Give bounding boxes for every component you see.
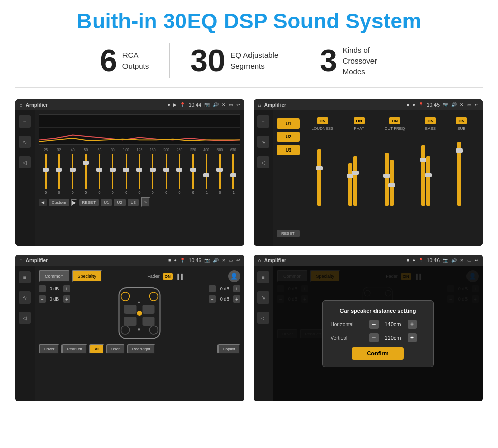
eq-play-button[interactable]: ▶ xyxy=(71,199,77,206)
eq-slider-8[interactable]: 0 xyxy=(147,154,159,194)
vol-plus-3[interactable]: + xyxy=(233,295,240,303)
vol-minus-3[interactable]: − xyxy=(209,295,216,303)
home-icon-2: ⌂ xyxy=(258,102,261,108)
fader-slider[interactable]: ▐▐ xyxy=(176,274,183,279)
speaker-vol-icon[interactable]: ◁ xyxy=(19,312,31,324)
phat-on-button[interactable]: ON xyxy=(354,117,365,124)
crossover-sidebar: ≡ ∿ ◁ xyxy=(254,110,273,246)
crossover-speaker-icon[interactable]: ◁ xyxy=(257,156,269,168)
eq-slider-11[interactable]: 0 xyxy=(187,154,199,194)
speaker-tabs: Common Specialty Fader ON ▐▐ 👤 xyxy=(39,270,240,282)
bass-on-button[interactable]: ON xyxy=(425,117,436,124)
rearright-button[interactable]: RearRight xyxy=(127,344,155,354)
vol-minus-0[interactable]: − xyxy=(39,285,46,292)
dialog-eq-icon[interactable]: ≡ xyxy=(257,271,269,283)
rearleft-button[interactable]: RearLeft xyxy=(61,344,87,354)
all-button[interactable]: All xyxy=(89,344,104,354)
eq-slider-6[interactable]: 0 xyxy=(120,154,132,194)
crossover-back-icon: ↩ xyxy=(475,102,479,107)
dialog-wave-icon[interactable]: ∿ xyxy=(257,291,269,304)
eq-slider-12[interactable]: -1 xyxy=(200,154,212,194)
crossover-screen-title: Amplifier xyxy=(264,102,403,108)
eq-slider-2[interactable]: 0 xyxy=(67,154,79,194)
dialog-overlay: Car speaker distance setting Horizontal … xyxy=(273,266,483,401)
svg-text:▼: ▼ xyxy=(137,327,141,332)
vertical-minus-button[interactable]: − xyxy=(369,333,379,342)
loudness-on-button[interactable]: ON xyxy=(317,117,328,124)
crossover-u3-button[interactable]: U3 xyxy=(277,145,300,155)
stat-rca-label: RCAOutputs xyxy=(122,50,149,71)
vol-val-1: 0 dB xyxy=(47,296,61,302)
crossover-u1-button[interactable]: U1 xyxy=(277,118,300,129)
vol-plus-1[interactable]: + xyxy=(63,295,70,303)
confirm-button[interactable]: Confirm xyxy=(352,347,403,360)
crossover-main: U1 U2 U3 RESET ON LOUDNESS xyxy=(273,110,483,246)
dialog-screen: ⌂ Amplifier ■ ● 📍 10:46 📷 🔊 ✕ ▭ ↩ ≡ ∿ ◁ xyxy=(254,255,483,401)
copilot-button[interactable]: Copilot xyxy=(217,344,240,354)
eq-slider-3[interactable]: 5 xyxy=(80,154,92,194)
vol-row-2: − 0 dB + xyxy=(209,285,240,292)
eq-prev-button[interactable]: ◀ xyxy=(39,199,47,206)
dialog-topbar: ⌂ Amplifier ■ ● 📍 10:46 📷 🔊 ✕ ▭ ↩ xyxy=(254,255,483,266)
speaker-icon[interactable]: ◁ xyxy=(19,156,31,168)
eq-slider-5[interactable]: 0 xyxy=(107,154,119,194)
vol-row-0: − 0 dB + xyxy=(39,285,70,292)
vol-minus-2[interactable]: − xyxy=(209,285,216,292)
speaker-wave-icon[interactable]: ∿ xyxy=(19,291,31,304)
crossover-eq-icon[interactable]: ≡ xyxy=(257,115,269,128)
eq-slider-1[interactable]: 0 xyxy=(53,154,65,194)
vertical-plus-button[interactable]: + xyxy=(408,333,417,342)
speaker-topbar-time: 10:46 xyxy=(189,258,201,263)
dialog-window-icon: ▭ xyxy=(467,258,472,263)
wave-icon[interactable]: ∿ xyxy=(19,136,31,148)
user-button[interactable]: User xyxy=(106,344,125,354)
eq-u1-button[interactable]: U1 xyxy=(101,199,112,206)
eq-reset-button[interactable]: RESET xyxy=(79,199,99,206)
eq-expand-button[interactable]: » xyxy=(141,197,150,207)
eq-slider-9[interactable]: 0 xyxy=(160,154,172,194)
svg-point-7 xyxy=(121,326,130,334)
driver-button[interactable]: Driver xyxy=(39,344,59,354)
eq-slider-13[interactable]: 0 xyxy=(213,154,226,194)
loudness-label: LOUDNESS xyxy=(312,126,334,131)
speaker-topbar: ⌂ Amplifier ■ ● 📍 10:46 📷 🔊 ✕ ▭ ↩ xyxy=(15,255,244,266)
dialog-sidebar: ≡ ∿ ◁ xyxy=(254,266,273,401)
eq-sidebar: ≡ ∿ ◁ xyxy=(15,110,35,246)
eq-slider-14[interactable]: -1 xyxy=(227,154,239,194)
fader-on-button[interactable]: ON xyxy=(163,273,173,280)
common-tab[interactable]: Common xyxy=(39,270,70,282)
crossover-wave-icon[interactable]: ∿ xyxy=(257,136,269,148)
cutfreq-on-button[interactable]: ON xyxy=(389,117,400,124)
eq-slider-4[interactable]: 0 xyxy=(93,154,105,194)
specialty-tab[interactable]: Specialty xyxy=(72,270,103,282)
sub-on-button[interactable]: ON xyxy=(456,117,467,124)
dialog-vol-icon[interactable]: ◁ xyxy=(257,312,269,324)
speaker-eq-icon[interactable]: ≡ xyxy=(19,271,31,283)
horizontal-plus-button[interactable]: + xyxy=(408,320,417,329)
crossover-u2-button[interactable]: U2 xyxy=(277,132,300,142)
speaker-body: ≡ ∿ ◁ Common Specialty Fader ON ▐▐ xyxy=(15,266,244,401)
eq-slider-7[interactable]: 0 xyxy=(133,154,145,194)
vol-plus-0[interactable]: + xyxy=(63,285,70,292)
svg-point-5 xyxy=(121,292,130,301)
eq-u3-button[interactable]: U3 xyxy=(128,199,139,206)
crossover-reset-button[interactable]: RESET xyxy=(277,230,300,237)
vol-minus-1[interactable]: − xyxy=(39,295,46,303)
horizontal-minus-button[interactable]: − xyxy=(369,320,379,329)
eq-slider-10[interactable]: 0 xyxy=(173,154,185,194)
car-diagram-area: ▲ ▼ xyxy=(73,285,206,341)
eq-slider-0[interactable]: 0 xyxy=(40,154,52,194)
svg-rect-10 xyxy=(143,305,155,314)
eq-topbar-time: 10:44 xyxy=(189,102,201,108)
eq-main: 253240506380100125160200250320400500630 … xyxy=(35,110,244,246)
speaker-content: − 0 dB + − 0 dB + xyxy=(39,285,240,341)
fader-row: Fader ON ▐▐ xyxy=(147,270,183,282)
vol-plus-2[interactable]: + xyxy=(233,285,240,292)
dialog-volume-icon: 🔊 xyxy=(451,258,457,263)
speaker-bottom-nav: Driver RearLeft All User RearRight Copil… xyxy=(39,344,240,354)
eq-preset-label[interactable]: Custom xyxy=(49,199,69,206)
eq-icon[interactable]: ≡ xyxy=(19,115,31,128)
screenshots-grid: ⌂ Amplifier ● ▶ 📍 10:44 📷 🔊 ✕ ▭ ↩ ≡ ∿ ◁ xyxy=(15,99,483,401)
eq-u2-button[interactable]: U2 xyxy=(114,199,125,206)
speaker-main: Common Specialty Fader ON ▐▐ 👤 xyxy=(35,266,244,401)
